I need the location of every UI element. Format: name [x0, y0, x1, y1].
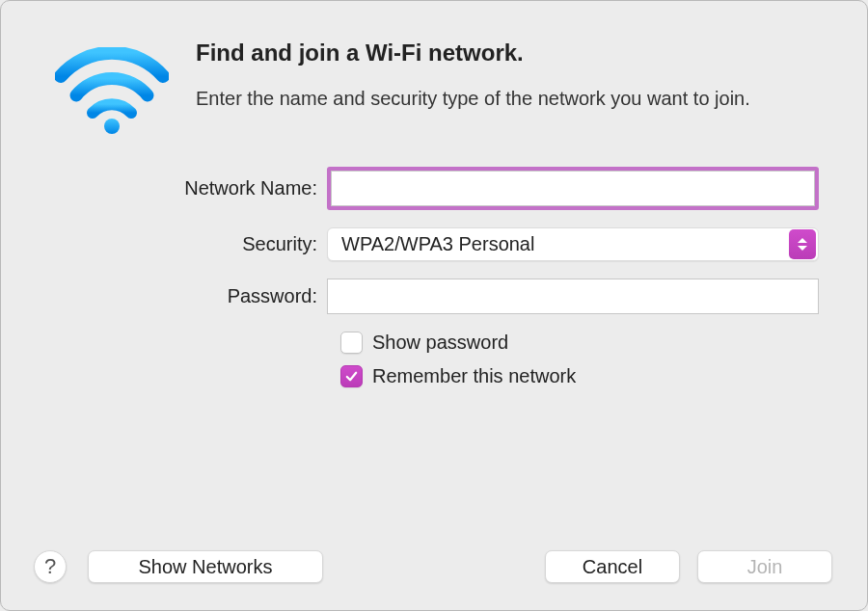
chevron-up-down-icon: [789, 229, 816, 259]
wifi-icon: [49, 40, 184, 140]
show-networks-button[interactable]: Show Networks: [88, 550, 323, 583]
password-label: Password:: [49, 285, 327, 307]
show-password-checkbox[interactable]: [340, 332, 363, 354]
show-networks-label: Show Networks: [139, 556, 273, 578]
join-label: Join: [747, 556, 783, 578]
help-icon: ?: [44, 554, 56, 579]
remember-network-row: Remember this network: [49, 365, 819, 387]
password-input[interactable]: [327, 279, 819, 314]
dialog-header: Find and join a Wi-Fi network. Enter the…: [1, 1, 867, 159]
join-button[interactable]: Join: [697, 550, 832, 583]
show-password-label: Show password: [372, 332, 508, 354]
cancel-button[interactable]: Cancel: [545, 550, 680, 583]
dialog-footer: ? Show Networks Cancel Join: [1, 550, 867, 583]
remember-network-checkbox[interactable]: [340, 365, 363, 387]
dialog-subtitle: Enter the name and security type of the …: [196, 86, 819, 112]
security-select-value: WPA2/WPA3 Personal: [328, 233, 787, 255]
show-password-row: Show password: [49, 332, 819, 354]
password-row: Password:: [49, 279, 819, 314]
security-row: Security: WPA2/WPA3 Personal: [49, 227, 819, 261]
header-text-block: Find and join a Wi-Fi network. Enter the…: [184, 40, 819, 140]
help-button[interactable]: ?: [34, 550, 67, 583]
cancel-label: Cancel: [583, 556, 642, 578]
remember-network-label: Remember this network: [372, 365, 576, 387]
security-select[interactable]: WPA2/WPA3 Personal: [327, 227, 819, 261]
form-area: Network Name: Security: WPA2/WPA3 Person…: [1, 159, 867, 387]
network-name-input[interactable]: [331, 171, 815, 206]
network-name-row: Network Name:: [49, 167, 819, 210]
dialog-title: Find and join a Wi-Fi network.: [196, 40, 819, 66]
wifi-join-dialog: Find and join a Wi-Fi network. Enter the…: [0, 0, 868, 611]
svg-point-0: [104, 119, 120, 134]
security-label: Security:: [49, 233, 327, 255]
network-name-label: Network Name:: [49, 177, 327, 199]
